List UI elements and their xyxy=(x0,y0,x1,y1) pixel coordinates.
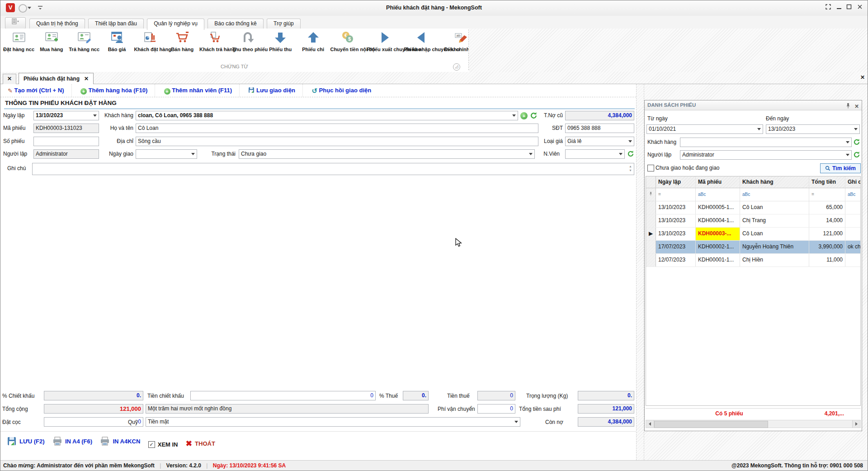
btn-phieu-thu[interactable]: Phiếu thu xyxy=(265,29,296,52)
thue-pct-input[interactable]: 0. xyxy=(403,391,429,400)
refresh-employee-icon[interactable] xyxy=(627,150,634,159)
khach-hang-combo[interactable]: cloan, Cô Loan, 0965 388 888 xyxy=(136,111,518,120)
btn-thu-theo-phieu[interactable]: Thu theo phiếu xyxy=(232,29,263,52)
refresh-icon[interactable] xyxy=(853,151,860,160)
btn-dat-hang-ncc[interactable]: Đặt hàng ncc xyxy=(3,29,34,52)
tab-quan-tri-he-thong[interactable]: Quản trị hệ thống xyxy=(29,19,85,29)
print-a4kcn-button[interactable]: IN A4KCN xyxy=(100,436,140,446)
dia-chi-input[interactable]: Sông cầu xyxy=(136,137,538,146)
highlighted-code-cell[interactable]: KDH00003-... xyxy=(696,228,740,240)
btn-ban-hang[interactable]: Bán hàng xyxy=(167,29,198,52)
app-menu-button[interactable] xyxy=(5,17,26,29)
tu-ngay-input[interactable]: 01/10/2021 xyxy=(646,124,763,134)
pencil-icon: ✎ xyxy=(8,87,13,94)
so-phieu-input[interactable] xyxy=(33,137,99,146)
tien-chiet-khau-input[interactable]: 0 xyxy=(190,391,376,400)
trang-thai-combo[interactable]: Chưa giao xyxy=(239,149,535,159)
chevron-down-icon xyxy=(628,140,632,143)
tab-tro-giup[interactable]: Trợ giúp xyxy=(267,19,301,29)
panel-splitter[interactable] xyxy=(636,84,644,460)
btn-khach-dat-hang[interactable]: Khách đặt hàng xyxy=(134,29,165,52)
save-layout-button[interactable]: Lưu giao diện xyxy=(241,84,303,97)
filter-eq-icon[interactable]: = xyxy=(656,188,696,201)
btn-phieu-chi[interactable]: Phiếu chi xyxy=(297,29,329,52)
voucher-row-current[interactable]: ▶ 13/10/2023 KDH00003-... Cô Loan 121,00… xyxy=(646,228,860,241)
undelivered-checkbox[interactable] xyxy=(647,165,654,171)
btn-khach-tra-hang[interactable]: Khách trả hàng xyxy=(199,29,231,52)
col-tong-tien[interactable]: Tổng tiền xyxy=(809,176,845,188)
refresh-customer-icon[interactable] xyxy=(530,112,538,121)
tab-bao-cao-thong-ke[interactable]: Báo cáo thống kê xyxy=(208,19,263,29)
spinner-icon[interactable]: ▲▼ xyxy=(629,164,632,172)
btn-phieu-nhap-chuyen-kho[interactable]: Phiếu nhập chuyển kho xyxy=(404,29,439,52)
ngay-giao-combo[interactable] xyxy=(136,149,197,159)
loai-gia-combo[interactable]: Giá lẻ xyxy=(565,137,634,146)
voucher-row[interactable]: 13/10/2023 KDH00004-1... Chị Trang 14,00… xyxy=(646,214,860,228)
pin-icon[interactable] xyxy=(845,102,851,112)
sdt-input[interactable]: 0965 388 888 xyxy=(565,124,634,133)
ngay-lap-input[interactable]: 13/10/2023 xyxy=(33,111,99,120)
scroll-right-icon[interactable] xyxy=(852,420,860,428)
preview-checkbox[interactable]: ✓ XEM IN xyxy=(148,441,178,448)
maximize-button[interactable] xyxy=(845,4,853,12)
refresh-icon[interactable] xyxy=(853,138,860,147)
col-khach-hang[interactable]: Khách hàng xyxy=(740,176,809,188)
n-vien-combo[interactable] xyxy=(565,149,625,159)
new-button[interactable]: ✎ Tạo mới (Ctrl + N) xyxy=(0,84,72,97)
col-ma-phieu[interactable]: Mã phiếu xyxy=(696,176,740,188)
tab-phieu-khach-dat-hang[interactable]: Phiếu khách đặt hàng✕ xyxy=(19,73,94,85)
filter-abc-icon[interactable]: aBc xyxy=(740,188,809,201)
minimize-button[interactable] xyxy=(835,4,843,12)
chiet-khau-pct-input[interactable]: 0. xyxy=(44,391,143,400)
btn-mua-hang[interactable]: Mua hàng xyxy=(36,29,67,52)
panel-hscrollbar[interactable] xyxy=(646,420,861,428)
tabstrip-close-icon[interactable]: ✕ xyxy=(859,74,866,81)
quy-combo[interactable]: Tiền mặt xyxy=(146,417,520,427)
panel-khach-hang-combo[interactable] xyxy=(680,138,852,147)
btn-phieu-xuat-chuyen-kho[interactable]: Phiếu xuất chuyển kho xyxy=(367,29,402,52)
den-ngay-input[interactable]: 13/10/2023 xyxy=(766,124,860,134)
btn-chuyen-tien-noi-bo[interactable]: €$ Chuyển tiền nội bộ xyxy=(330,29,365,52)
group-dialog-launcher-icon[interactable]: ◿ xyxy=(453,63,460,71)
filter-abc-icon[interactable]: aBc xyxy=(845,188,860,201)
add-customer-icon[interactable]: + xyxy=(520,112,528,119)
print-a4-button[interactable]: IN A4 (F6) xyxy=(52,436,92,446)
close-all-tabs-button[interactable]: ✕ xyxy=(3,74,16,85)
panel-close-icon[interactable]: ✕ xyxy=(854,102,859,111)
exit-button[interactable]: ✖ THOÁT xyxy=(186,439,215,448)
checkbox-checked-icon: ✓ xyxy=(148,441,155,448)
panel-nguoi-lap-combo[interactable]: Administrator xyxy=(680,150,852,160)
close-button[interactable] xyxy=(856,4,864,12)
col-ngay-lap[interactable]: Ngày lập xyxy=(656,176,696,188)
add-item-button[interactable]: + Thêm hàng hóa (F10) xyxy=(73,84,155,97)
quy-label: Quỹ xyxy=(128,417,138,427)
filter-row[interactable]: = aBc aBc = aBc xyxy=(646,188,860,201)
loai-gia-label: Loại giá xyxy=(541,137,563,146)
trong-luong-input: 0. xyxy=(578,391,634,400)
scroll-thumb[interactable] xyxy=(654,421,768,428)
tab-thiet-lap-ban-dau[interactable]: Thiết lập ban đầu xyxy=(88,19,144,29)
btn-bao-gia[interactable]: Báo giá xyxy=(101,29,132,52)
col-ghi-chu[interactable]: Ghi chú xyxy=(845,176,860,188)
phi-van-chuyen-label: Phí vận chuyển xyxy=(438,404,475,414)
search-button[interactable]: Tìm kiếm xyxy=(820,163,861,173)
add-employee-button[interactable]: + Thêm nhân viên (F11) xyxy=(157,84,240,97)
voucher-row-selected[interactable]: 17/07/2023 KDH00002-1... Nguyễn Hoàng Th… xyxy=(646,241,860,254)
voucher-count: Có 5 phiếu xyxy=(695,409,763,419)
voucher-row[interactable]: 12/07/2023 KDH00001-1... Chị Hiền 11,000 xyxy=(646,254,860,267)
btn-tra-hang-ncc[interactable]: Trả hàng ncc xyxy=(69,29,100,52)
filter-eq-icon[interactable]: = xyxy=(809,188,845,201)
tab-close-icon[interactable]: ✕ xyxy=(84,76,89,82)
tab-quan-ly-nghiep-vu[interactable]: Quản lý nghiệp vụ xyxy=(147,19,204,30)
chevron-down-icon xyxy=(191,153,195,155)
voucher-row[interactable]: 13/10/2023 KDH00005-1... Cô Loan 65,000 xyxy=(646,201,860,214)
save-button[interactable]: LƯU (F2) xyxy=(7,436,45,446)
scroll-left-icon[interactable] xyxy=(646,420,654,428)
ho-va-ten-input[interactable]: Cô Loan xyxy=(136,124,538,133)
restore-layout-button[interactable]: ↺ Phục hồi giao diện xyxy=(304,84,378,97)
phi-van-chuyen-input[interactable]: 0 xyxy=(477,404,515,414)
ghi-chu-textarea[interactable] xyxy=(32,163,634,175)
action-bar: ✎ Tạo mới (Ctrl + N) + Thêm hàng hóa (F1… xyxy=(0,84,636,97)
filter-abc-icon[interactable]: aBc xyxy=(696,188,740,201)
fullscreen-button[interactable] xyxy=(824,4,832,12)
